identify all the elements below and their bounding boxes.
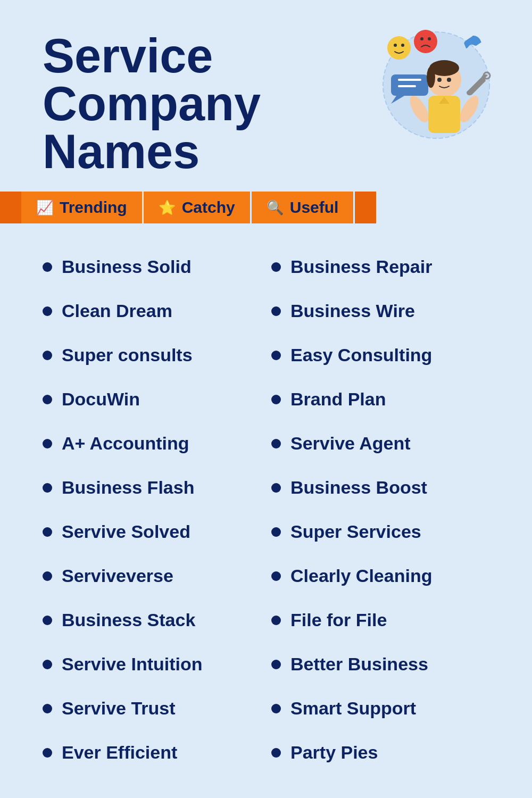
item-label: Party Pies [290, 742, 378, 763]
svg-point-3 [401, 44, 404, 47]
item-label: Business Solid [62, 256, 192, 277]
item-label: Brand Plan [290, 389, 386, 410]
item-label: Business Flash [62, 477, 194, 498]
svg-point-6 [428, 37, 431, 40]
bullet-icon [43, 395, 52, 404]
header-section: Service Company Names [0, 0, 532, 186]
item-label: Super consults [62, 345, 193, 365]
item-label: Ever Efficient [62, 742, 177, 763]
tab-catchy[interactable]: ⭐ Catchy [144, 192, 252, 223]
item-label: Clean Dream [62, 301, 172, 321]
bullet-icon [43, 351, 52, 360]
item-label: Smart Support [290, 698, 416, 719]
bullet-icon [43, 306, 52, 316]
item-label: Better Business [290, 654, 428, 675]
item-label: Servive Solved [62, 521, 190, 542]
item-label: Business Stack [62, 610, 195, 630]
item-label: Servive Trust [62, 698, 176, 719]
bullet-icon [271, 395, 281, 404]
bullet-icon [43, 616, 52, 625]
title-block: Service Company Names [43, 32, 362, 176]
useful-icon: 🔍 [267, 200, 284, 216]
list-item-right-0: Business Repair [271, 245, 500, 289]
list-item-left-10: Servive Trust [43, 686, 271, 730]
bullet-icon [271, 306, 281, 316]
item-label: File for File [290, 610, 387, 630]
list-item-right-7: Clearly Cleaning [271, 554, 500, 598]
list-item-left-4: A+ Accounting [43, 421, 271, 466]
item-label: DocuWin [62, 389, 140, 410]
item-label: Business Repair [290, 256, 432, 277]
illustration [362, 27, 500, 144]
item-label: Servive Intuition [62, 654, 203, 675]
bullet-icon [43, 660, 52, 669]
item-label: Serviveverse [62, 566, 173, 586]
tab-accent-left [0, 192, 21, 223]
svg-point-14 [427, 66, 435, 88]
item-label: Business Wire [290, 301, 415, 321]
footer: THEBrandBoy [0, 796, 532, 798]
trending-icon: 📈 [36, 200, 53, 216]
bullet-icon [271, 351, 281, 360]
bullet-icon [271, 483, 281, 493]
list-item-right-2: Easy Consulting [271, 333, 500, 377]
list-item-left-11: Ever Efficient [43, 730, 271, 775]
bullet-icon [43, 439, 52, 448]
tab-useful-label: Useful [290, 198, 339, 217]
list-item-right-1: Business Wire [271, 289, 500, 333]
bullet-icon [271, 704, 281, 713]
right-column: Business RepairBusiness WireEasy Consult… [271, 245, 500, 775]
item-label: Easy Consulting [290, 345, 432, 365]
tab-trending-label: Trending [60, 198, 127, 217]
bullet-icon [43, 527, 52, 537]
tab-accent-right [355, 192, 376, 223]
item-label: A+ Accounting [62, 433, 189, 454]
list-item-left-8: Business Stack [43, 598, 271, 642]
list-item-left-9: Servive Intuition [43, 642, 271, 686]
list-item-left-6: Servive Solved [43, 510, 271, 554]
item-label: Clearly Cleaning [290, 566, 432, 586]
list-item-left-3: DocuWin [43, 377, 271, 421]
item-label: Super Services [290, 521, 421, 542]
bullet-icon [271, 748, 281, 758]
list-item-right-3: Brand Plan [271, 377, 500, 421]
svg-point-5 [420, 37, 423, 40]
svg-point-4 [414, 30, 437, 53]
list-item-left-2: Super consults [43, 333, 271, 377]
list-item-right-4: Servive Agent [271, 421, 500, 466]
bullet-icon [43, 483, 52, 493]
svg-point-1 [387, 36, 411, 60]
bullet-icon [43, 262, 52, 272]
bullet-icon [271, 439, 281, 448]
bullet-icon [271, 262, 281, 272]
bullet-icon [271, 660, 281, 669]
tab-trending[interactable]: 📈 Trending [21, 192, 144, 223]
list-item-left-7: Serviveverse [43, 554, 271, 598]
svg-point-15 [437, 78, 442, 82]
bullet-icon [43, 748, 52, 758]
list-item-right-5: Business Boost [271, 466, 500, 510]
title-line1: Service [43, 32, 362, 80]
title-line2: Company Names [43, 80, 362, 176]
tab-useful[interactable]: 🔍 Useful [252, 192, 355, 223]
item-label: Business Boost [290, 477, 427, 498]
tabs-bar: 📈 Trending ⭐ Catchy 🔍 Useful [0, 192, 532, 223]
list-item-right-9: Better Business [271, 642, 500, 686]
bullet-icon [43, 571, 52, 581]
list-item-right-11: Party Pies [271, 730, 500, 775]
svg-point-16 [447, 78, 451, 82]
item-label: Servive Agent [290, 433, 411, 454]
list-item-left-5: Business Flash [43, 466, 271, 510]
list-item-left-0: Business Solid [43, 245, 271, 289]
bullet-icon [43, 704, 52, 713]
svg-point-2 [394, 44, 397, 47]
list-item-left-1: Clean Dream [43, 289, 271, 333]
left-column: Business SolidClean DreamSuper consultsD… [43, 245, 271, 775]
content-section: Business SolidClean DreamSuper consultsD… [0, 223, 532, 796]
bullet-icon [271, 571, 281, 581]
tab-catchy-label: Catchy [182, 198, 235, 217]
list-item-right-10: Smart Support [271, 686, 500, 730]
list-item-right-8: File for File [271, 598, 500, 642]
bullet-icon [271, 527, 281, 537]
list-item-right-6: Super Services [271, 510, 500, 554]
